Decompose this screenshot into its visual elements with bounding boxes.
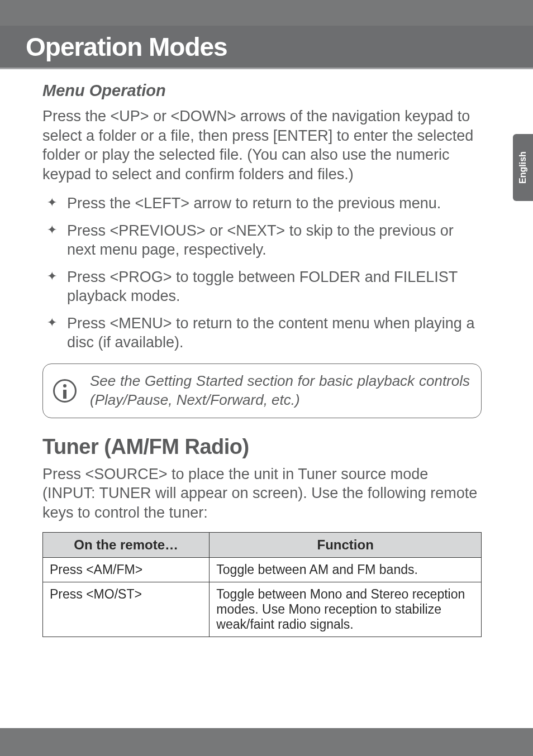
menu-operation-intro: Press the <UP> or <DOWN> arrows of the n… — [42, 107, 482, 184]
info-callout: See the Getting Started section for basi… — [42, 363, 482, 418]
menu-operation-heading: Menu Operation — [42, 82, 482, 100]
language-tab-label: English — [518, 151, 528, 184]
callout-text: See the Getting Started section for basi… — [90, 372, 470, 410]
menu-operation-bullets: Press the <LEFT> arrow to return to the … — [42, 194, 482, 352]
tuner-heading: Tuner (AM/FM Radio) — [42, 435, 482, 459]
table-header-function: Function — [210, 533, 482, 558]
page-title: Operation Modes — [26, 32, 227, 62]
tuner-function-table: On the remote… Function Press <AM/FM> To… — [42, 532, 482, 637]
language-tab: English — [513, 134, 533, 201]
tuner-intro: Press <SOURCE> to place the unit in Tune… — [42, 465, 482, 523]
table-header-row: On the remote… Function — [43, 533, 482, 558]
table-cell-remote: Press <MO/ST> — [43, 582, 210, 637]
table-row: Press <AM/FM> Toggle between AM and FM b… — [43, 558, 482, 582]
table-row: Press <MO/ST> Toggle between Mono and St… — [43, 582, 482, 637]
header-bar: Operation Modes — [0, 26, 533, 69]
table-cell-function: Toggle between Mono and Stereo reception… — [210, 582, 482, 637]
info-icon — [53, 379, 77, 403]
list-item: Press <MENU> to return to the content me… — [42, 314, 482, 352]
table-cell-function: Toggle between AM and FM bands. — [210, 558, 482, 582]
list-item: Press the <LEFT> arrow to return to the … — [42, 194, 482, 213]
table-header-remote: On the remote… — [43, 533, 210, 558]
table-cell-remote: Press <AM/FM> — [43, 558, 210, 582]
list-item: Press <PREVIOUS> or <NEXT> to skip to th… — [42, 221, 482, 260]
list-item: Press <PROG> to toggle between FOLDER an… — [42, 267, 482, 306]
content-area: Menu Operation Press the <UP> or <DOWN> … — [42, 82, 482, 637]
